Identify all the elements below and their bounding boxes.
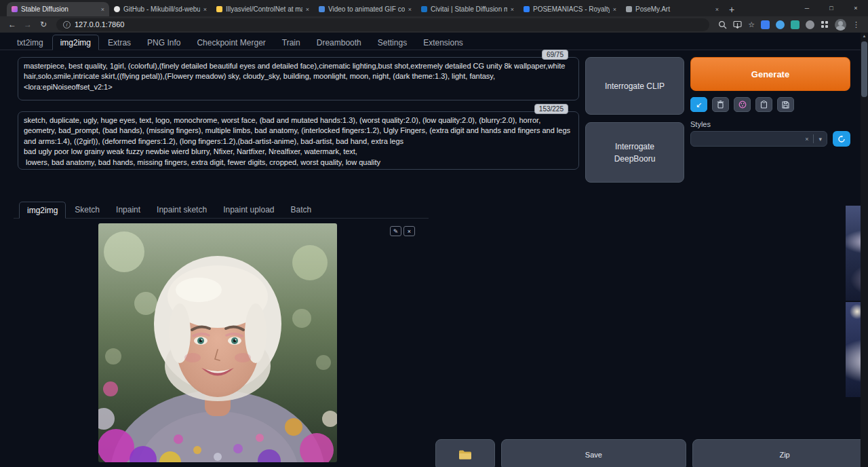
browser-tab-gif-converter[interactable]: Video to animated GIF converter × [314,2,416,16]
extra-networks-palette-icon[interactable] [734,97,751,112]
tab-png-info[interactable]: PNG Info [140,35,188,50]
browser-tab-posemyart[interactable]: PoseMy.Art × [621,2,724,16]
new-tab-button[interactable]: + [724,2,740,16]
browser-menu-icon[interactable]: ⋮ [852,21,860,29]
tab-dreambooth[interactable]: Dreambooth [309,35,369,50]
tab-close-icon[interactable]: × [511,6,514,13]
tab-extensions[interactable]: Extensions [416,35,471,50]
results-panel: × Save Zip Send to img2img Send to inpa [435,202,868,467]
refresh-styles-button[interactable] [833,131,850,147]
prompt-tool-buttons: ↙ [690,97,850,112]
browser-tab-posemaniacs[interactable]: POSEMANIACS - Royalty free 3... × [519,2,621,16]
prompt-token-counter: 69/75 [542,50,568,60]
tab-extras[interactable]: Extras [100,35,138,50]
subtab-inpaint[interactable]: Inpaint [108,202,148,218]
prompt-section: 69/75 masterpiece, best quality, 1girl, … [0,50,868,183]
browser-tab-github[interactable]: GitHub - Mikubill/sd-webui-con... × [109,2,212,16]
tab-favicon [216,6,222,12]
tab-title: Stable Diffusion [21,5,98,13]
browser-tab-controlnet[interactable]: Illyasviel/ControlNet at main × [212,2,314,16]
subtab-inpaint-sketch[interactable]: Inpaint sketch [149,202,214,218]
negative-prompt-input[interactable]: sketch, duplicate, ugly, huge eyes, text… [18,111,579,170]
address-bar[interactable]: i 127.0.0.1:7860 [56,18,709,31]
browser-tabstrip: Stable Diffusion × GitHub - Mikubill/sd-… [0,0,868,16]
webui-nav-tabs: txt2img img2img Extras PNG Info Checkpoi… [0,33,868,50]
install-app-icon[interactable] [733,20,742,29]
styles-dropdown[interactable]: × ▾ [690,131,827,147]
gallery-actions: Save Zip Send to img2img Send to inpaint… [435,439,868,467]
scrollbar-up-icon[interactable]: ▲ [861,33,868,40]
subtab-inpaint-upload[interactable]: Inpaint upload [216,202,281,218]
apply-style-clipboard-icon[interactable] [755,97,772,112]
profile-avatar[interactable] [835,19,846,31]
save-style-icon[interactable] [777,97,794,112]
tab-close-icon[interactable]: × [408,6,412,13]
subtab-batch[interactable]: Batch [283,202,319,218]
back-icon[interactable]: ← [5,20,19,29]
workspace: img2img Sketch Inpaint Inpaint sketch In… [0,183,868,467]
interrogate-deepbooru-button[interactable]: Interrogate DeepBooru [585,122,684,183]
tab-favicon [319,6,325,12]
tab-favicon [421,6,427,12]
interrogate-clip-button[interactable]: Interrogate CLIP [585,57,684,115]
remove-image-icon[interactable]: × [403,226,415,236]
tab-title: Illyasviel/ControlNet at main [226,5,302,13]
scrollbar-thumb[interactable] [861,41,867,97]
tab-favicon [12,6,18,12]
tab-favicon [114,6,120,12]
tab-txt2img[interactable]: txt2img [9,35,51,50]
search-icon[interactable] [718,20,727,29]
source-image[interactable] [98,223,337,462]
negative-prompt-token-counter: 153/225 [534,104,568,114]
tab-train[interactable]: Train [275,35,308,50]
browser-tab-civitai[interactable]: Civitai | Stable Diffusion model... × [416,2,519,16]
window-controls: ─ □ × [795,0,868,16]
reload-icon[interactable]: ↻ [37,20,50,29]
save-button[interactable]: Save [501,439,686,467]
browser-chrome: Stable Diffusion × GitHub - Mikubill/sd-… [0,0,868,33]
bookmark-star-icon[interactable]: ☆ [748,21,755,29]
window-minimize-button[interactable]: ─ [795,0,819,16]
open-folder-button[interactable] [435,439,495,467]
zip-button[interactable]: Zip [692,439,868,467]
page-scrollbar[interactable]: ▲ [861,33,868,467]
tab-favicon [626,6,632,12]
subtab-sketch[interactable]: Sketch [67,202,107,218]
folder-icon [458,449,472,460]
extension-icon-1[interactable] [761,20,770,29]
edit-image-icon[interactable]: ✎ [390,226,401,236]
tab-img2img[interactable]: img2img [52,35,99,50]
tab-close-icon[interactable]: × [203,6,207,13]
tab-close-icon[interactable]: × [306,6,309,13]
extension-icon-3[interactable] [791,20,800,29]
paste-params-icon[interactable]: ↙ [690,97,707,112]
img2img-panel: img2img Sketch Inpaint Inpaint sketch In… [14,202,429,467]
tab-close-icon[interactable]: × [715,6,719,13]
extension-icon-2[interactable] [776,20,785,29]
prompt-input[interactable]: masterpiece, best quality, 1girl, (color… [18,57,579,100]
chevron-down-icon[interactable]: ▾ [818,136,822,143]
portrait-illustration [98,223,337,462]
styles-clear-icon[interactable]: × [805,136,808,143]
tab-title: POSEMANIACS - Royalty free 3... [533,5,610,13]
clear-prompt-trash-icon[interactable] [712,97,729,112]
tab-close-icon[interactable]: × [613,6,616,13]
tab-title: PoseMy.Art [635,5,712,13]
window-close-button[interactable]: × [844,0,868,16]
forward-icon[interactable]: → [21,20,35,29]
subtab-img2img[interactable]: img2img [19,202,66,219]
tab-settings[interactable]: Settings [370,35,414,50]
generate-button[interactable]: Generate [690,57,850,91]
img2img-mode-tabs: img2img Sketch Inpaint Inpaint sketch In… [14,202,429,219]
styles-label: Styles [690,120,850,128]
extension-icon-4[interactable] [806,20,814,29]
extensions-grid-icon[interactable] [821,20,829,29]
tab-close-icon[interactable]: × [101,6,104,13]
gallery-thumbnails [435,407,868,426]
gallery-preview: × [435,202,868,398]
tab-checkpoint-merger[interactable]: Checkpoint Merger [189,35,273,50]
site-info-icon[interactable]: i [63,21,71,29]
browser-tab-stable-diffusion[interactable]: Stable Diffusion × [7,2,109,16]
window-maximize-button[interactable]: □ [819,0,844,16]
tab-title: GitHub - Mikubill/sd-webui-con... [123,5,200,13]
